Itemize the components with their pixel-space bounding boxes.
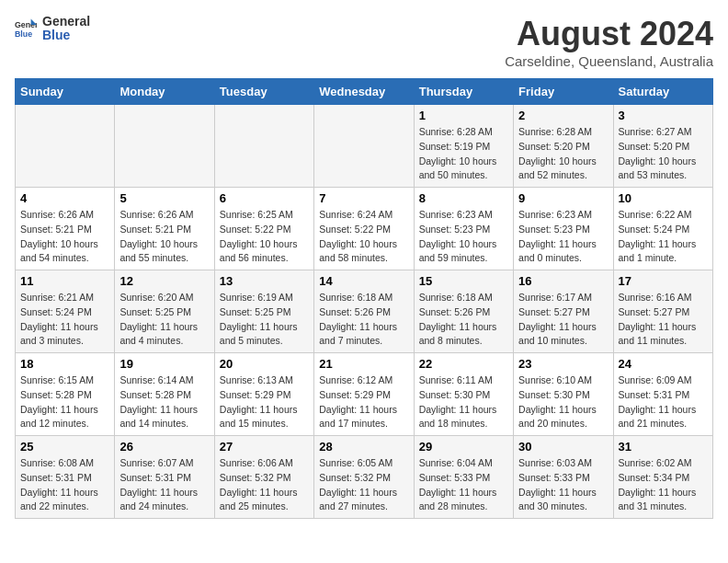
calendar-day-cell: 14Sunrise: 6:18 AM Sunset: 5:26 PM Dayli… [314, 270, 414, 353]
calendar-day-cell: 17Sunrise: 6:16 AM Sunset: 5:27 PM Dayli… [613, 270, 712, 353]
calendar-day-cell: 18Sunrise: 6:15 AM Sunset: 5:28 PM Dayli… [16, 353, 115, 436]
calendar-week-row: 18Sunrise: 6:15 AM Sunset: 5:28 PM Dayli… [16, 353, 713, 436]
day-number: 10 [619, 191, 708, 205]
day-number: 17 [619, 274, 708, 288]
day-info: Sunrise: 6:11 AM Sunset: 5:30 PM Dayligh… [419, 373, 508, 431]
day-info: Sunrise: 6:08 AM Sunset: 5:31 PM Dayligh… [20, 456, 109, 514]
calendar-day-cell: 6Sunrise: 6:25 AM Sunset: 5:22 PM Daylig… [214, 188, 313, 270]
day-number: 11 [20, 274, 109, 288]
day-info: Sunrise: 6:23 AM Sunset: 5:23 PM Dayligh… [518, 208, 608, 266]
calendar-day-cell: 24Sunrise: 6:09 AM Sunset: 5:31 PM Dayli… [613, 353, 712, 436]
calendar-day-cell: 16Sunrise: 6:17 AM Sunset: 5:27 PM Dayli… [514, 270, 613, 353]
calendar-day-cell: 15Sunrise: 6:18 AM Sunset: 5:26 PM Dayli… [414, 270, 513, 353]
page-title: August 2024 [505, 15, 713, 53]
calendar-day-cell: 3Sunrise: 6:27 AM Sunset: 5:20 PM Daylig… [613, 105, 712, 188]
day-info: Sunrise: 6:06 AM Sunset: 5:32 PM Dayligh… [220, 456, 309, 514]
day-of-week-header: Wednesday [314, 79, 414, 105]
day-info: Sunrise: 6:23 AM Sunset: 5:23 PM Dayligh… [419, 208, 508, 266]
calendar-day-cell: 27Sunrise: 6:06 AM Sunset: 5:32 PM Dayli… [214, 436, 313, 519]
calendar-day-cell: 19Sunrise: 6:14 AM Sunset: 5:28 PM Dayli… [115, 353, 214, 436]
day-number: 28 [319, 440, 408, 454]
calendar-day-cell: 7Sunrise: 6:24 AM Sunset: 5:22 PM Daylig… [314, 188, 414, 270]
day-info: Sunrise: 6:07 AM Sunset: 5:31 PM Dayligh… [119, 456, 209, 514]
day-number: 6 [220, 191, 309, 205]
calendar-day-cell: 9Sunrise: 6:23 AM Sunset: 5:23 PM Daylig… [514, 188, 613, 270]
day-number: 19 [119, 357, 209, 371]
day-number: 15 [419, 274, 508, 288]
day-info: Sunrise: 6:05 AM Sunset: 5:32 PM Dayligh… [319, 456, 408, 514]
day-info: Sunrise: 6:14 AM Sunset: 5:28 PM Dayligh… [119, 373, 209, 431]
calendar-day-cell: 31Sunrise: 6:02 AM Sunset: 5:34 PM Dayli… [613, 436, 712, 519]
day-info: Sunrise: 6:27 AM Sunset: 5:20 PM Dayligh… [619, 125, 708, 183]
calendar-day-cell: 28Sunrise: 6:05 AM Sunset: 5:32 PM Dayli… [314, 436, 414, 519]
day-info: Sunrise: 6:18 AM Sunset: 5:26 PM Dayligh… [419, 291, 508, 349]
calendar-day-cell [16, 105, 115, 188]
day-info: Sunrise: 6:02 AM Sunset: 5:34 PM Dayligh… [619, 456, 708, 514]
day-number: 24 [619, 357, 708, 371]
logo-blue-text: Blue [42, 29, 90, 42]
day-number: 7 [319, 191, 408, 205]
logo-general-text: General [42, 15, 90, 29]
day-info: Sunrise: 6:04 AM Sunset: 5:33 PM Dayligh… [419, 456, 508, 514]
day-number: 3 [619, 109, 708, 122]
day-number: 13 [220, 274, 309, 288]
day-info: Sunrise: 6:26 AM Sunset: 5:21 PM Dayligh… [119, 208, 209, 266]
day-info: Sunrise: 6:12 AM Sunset: 5:29 PM Dayligh… [319, 373, 408, 431]
day-info: Sunrise: 6:28 AM Sunset: 5:20 PM Dayligh… [518, 125, 608, 183]
day-number: 25 [20, 440, 109, 454]
calendar-day-cell [214, 105, 313, 188]
page-header: General Blue General Blue August 2024 Ca… [15, 15, 713, 69]
day-number: 8 [419, 191, 508, 205]
day-of-week-header: Tuesday [214, 79, 313, 105]
calendar-header-row: SundayMondayTuesdayWednesdayThursdayFrid… [16, 79, 713, 105]
day-number: 4 [20, 191, 109, 205]
calendar-table: SundayMondayTuesdayWednesdayThursdayFrid… [15, 78, 713, 519]
day-info: Sunrise: 6:09 AM Sunset: 5:31 PM Dayligh… [619, 373, 708, 431]
day-number: 2 [518, 109, 608, 122]
day-info: Sunrise: 6:21 AM Sunset: 5:24 PM Dayligh… [20, 291, 109, 349]
day-info: Sunrise: 6:15 AM Sunset: 5:28 PM Dayligh… [20, 373, 109, 431]
calendar-week-row: 4Sunrise: 6:26 AM Sunset: 5:21 PM Daylig… [16, 188, 713, 270]
logo: General Blue General Blue [15, 15, 90, 43]
svg-text:Blue: Blue [15, 29, 32, 39]
day-number: 16 [518, 274, 608, 288]
calendar-day-cell: 2Sunrise: 6:28 AM Sunset: 5:20 PM Daylig… [514, 105, 613, 188]
calendar-day-cell: 13Sunrise: 6:19 AM Sunset: 5:25 PM Dayli… [214, 270, 313, 353]
calendar-day-cell: 10Sunrise: 6:22 AM Sunset: 5:24 PM Dayli… [613, 188, 712, 270]
day-number: 29 [419, 440, 508, 454]
day-number: 12 [119, 274, 209, 288]
calendar-day-cell: 23Sunrise: 6:10 AM Sunset: 5:30 PM Dayli… [514, 353, 613, 436]
calendar-day-cell: 4Sunrise: 6:26 AM Sunset: 5:21 PM Daylig… [16, 188, 115, 270]
day-info: Sunrise: 6:20 AM Sunset: 5:25 PM Dayligh… [119, 291, 209, 349]
day-info: Sunrise: 6:16 AM Sunset: 5:27 PM Dayligh… [619, 291, 708, 349]
day-number: 27 [220, 440, 309, 454]
day-number: 23 [518, 357, 608, 371]
day-number: 22 [419, 357, 508, 371]
day-number: 26 [119, 440, 209, 454]
day-number: 9 [518, 191, 608, 205]
day-of-week-header: Sunday [16, 79, 115, 105]
calendar-week-row: 11Sunrise: 6:21 AM Sunset: 5:24 PM Dayli… [16, 270, 713, 353]
day-info: Sunrise: 6:19 AM Sunset: 5:25 PM Dayligh… [220, 291, 309, 349]
day-number: 21 [319, 357, 408, 371]
calendar-day-cell: 26Sunrise: 6:07 AM Sunset: 5:31 PM Dayli… [115, 436, 214, 519]
calendar-day-cell: 5Sunrise: 6:26 AM Sunset: 5:21 PM Daylig… [115, 188, 214, 270]
day-number: 14 [319, 274, 408, 288]
calendar-day-cell [115, 105, 214, 188]
day-of-week-header: Thursday [414, 79, 513, 105]
page-subtitle: Carseldine, Queensland, Australia [505, 53, 713, 69]
calendar-day-cell: 25Sunrise: 6:08 AM Sunset: 5:31 PM Dayli… [16, 436, 115, 519]
calendar-day-cell: 8Sunrise: 6:23 AM Sunset: 5:23 PM Daylig… [414, 188, 513, 270]
calendar-day-cell: 20Sunrise: 6:13 AM Sunset: 5:29 PM Dayli… [214, 353, 313, 436]
day-info: Sunrise: 6:25 AM Sunset: 5:22 PM Dayligh… [220, 208, 309, 266]
day-number: 1 [419, 109, 508, 122]
calendar-day-cell: 12Sunrise: 6:20 AM Sunset: 5:25 PM Dayli… [115, 270, 214, 353]
calendar-day-cell: 21Sunrise: 6:12 AM Sunset: 5:29 PM Dayli… [314, 353, 414, 436]
day-of-week-header: Monday [115, 79, 214, 105]
day-info: Sunrise: 6:24 AM Sunset: 5:22 PM Dayligh… [319, 208, 408, 266]
day-info: Sunrise: 6:10 AM Sunset: 5:30 PM Dayligh… [518, 373, 608, 431]
day-info: Sunrise: 6:13 AM Sunset: 5:29 PM Dayligh… [220, 373, 309, 431]
calendar-day-cell: 11Sunrise: 6:21 AM Sunset: 5:24 PM Dayli… [16, 270, 115, 353]
calendar-day-cell: 22Sunrise: 6:11 AM Sunset: 5:30 PM Dayli… [414, 353, 513, 436]
day-info: Sunrise: 6:18 AM Sunset: 5:26 PM Dayligh… [319, 291, 408, 349]
